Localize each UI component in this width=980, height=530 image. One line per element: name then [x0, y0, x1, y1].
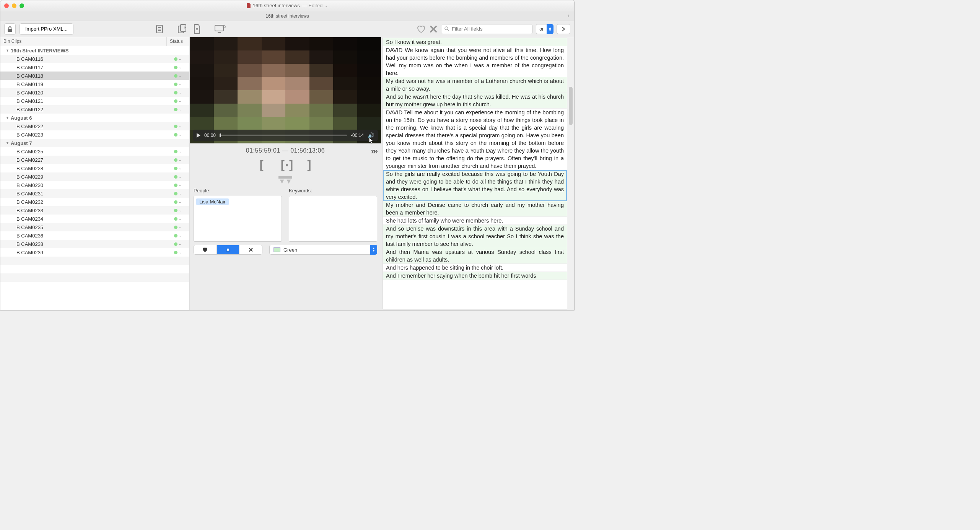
tab-active[interactable]: 16th street interviews — [265, 13, 309, 19]
people-field[interactable]: Lisa McNair — [194, 196, 282, 242]
scrollbar-thumb[interactable] — [569, 87, 573, 125]
bin-clip-row[interactable]: B CAM0222⌄ — [0, 122, 189, 130]
transcript-paragraph[interactable]: And so he wasn't here the day that she w… — [383, 93, 567, 109]
bin-clip-row[interactable]: B CAM0121⌄ — [0, 97, 189, 105]
chevron-down-icon[interactable]: ⌄ — [179, 234, 182, 237]
chevron-down-icon[interactable]: ⌄ — [179, 82, 182, 86]
person-tag[interactable]: Lisa McNair — [196, 198, 229, 205]
lock-button[interactable] — [4, 23, 16, 35]
play-button[interactable] — [197, 133, 200, 138]
bin-group[interactable]: ▼August 7 — [0, 139, 189, 147]
chevron-down-icon[interactable]: ⌄ — [179, 124, 182, 128]
chevron-down-icon[interactable]: ⌄ — [179, 175, 182, 179]
transcript-text[interactable]: So I know it was great.DAVID We know aga… — [383, 38, 567, 309]
chevron-down-icon[interactable]: ⌄ — [179, 225, 182, 229]
transcript-paragraph[interactable]: DAVID Tell me about it you can experienc… — [383, 109, 567, 170]
transcript-paragraph[interactable]: And hers happened to be sitting in the c… — [383, 264, 567, 272]
chevron-down-icon[interactable]: ⌄ — [179, 183, 182, 187]
bin-clip-row[interactable]: B CAM0228⌄ — [0, 164, 189, 172]
chevron-down-icon[interactable]: ⌄ — [179, 158, 182, 162]
chevron-down-icon[interactable]: ⌄ — [179, 133, 182, 137]
bin-clip-row[interactable]: B CAM0230⌄ — [0, 181, 189, 189]
transcript-paragraph[interactable]: And then Mama was upstairs at various Su… — [383, 248, 567, 264]
search-field[interactable] — [441, 24, 533, 34]
bin-clip-row[interactable]: B CAM0236⌄ — [0, 231, 189, 240]
transcript-paragraph[interactable]: My mother and Denise came to church earl… — [383, 201, 567, 217]
transcript-paragraph[interactable]: And so Denise was downstairs in this are… — [383, 225, 567, 248]
fast-forward-icon[interactable]: »» — [371, 146, 376, 156]
new-doc-icon[interactable] — [191, 23, 203, 35]
chevron-down-icon[interactable]: ⌄ — [179, 150, 182, 153]
scrubber-knob[interactable] — [220, 133, 221, 137]
chevron-down-icon[interactable]: ⌄ — [179, 74, 182, 78]
clipboard-icon[interactable] — [154, 23, 165, 35]
volume-icon[interactable]: 🔊 — [368, 132, 374, 138]
bin-group[interactable]: ▼August 6 — [0, 114, 189, 122]
chevron-down-icon[interactable]: ⌄ — [179, 200, 182, 204]
bin-clip-row[interactable]: B CAM0116⌄ — [0, 55, 189, 63]
copy-doc-icon[interactable] — [177, 23, 188, 35]
transcript-scrollbar[interactable] — [567, 37, 574, 310]
bin-group[interactable]: ▼16th Street INTERVIEWS — [0, 46, 189, 55]
mark-in-button[interactable]: [ — [258, 158, 265, 172]
select-arrows-icon: ▲▼ — [547, 24, 553, 34]
bin-clip-row[interactable]: B CAM0118⌄ — [0, 72, 189, 80]
chevron-down-icon[interactable]: ⌄ — [179, 192, 182, 195]
bin-clip-row[interactable]: B CAM0120⌄ — [0, 88, 189, 97]
transcript-paragraph[interactable]: So I know it was great. — [383, 38, 567, 46]
add-tab-button[interactable]: ＋ — [564, 12, 573, 20]
chevron-down-icon[interactable]: ⌄ — [179, 242, 182, 246]
search-input[interactable] — [452, 26, 529, 32]
rating-circle[interactable] — [217, 245, 240, 254]
bin-clip-row[interactable]: B CAM0235⌄ — [0, 223, 189, 231]
keywords-field[interactable] — [289, 196, 377, 242]
bin-clip-row[interactable]: B CAM0239⌄ — [0, 248, 189, 257]
import-button[interactable]: Import PPro XML... — [20, 23, 73, 35]
bin-clip-row[interactable]: B CAM0238⌄ — [0, 240, 189, 248]
rating-reject[interactable]: ✕ — [239, 245, 262, 254]
monitor-icon[interactable] — [214, 23, 226, 35]
chevron-down-icon[interactable]: ⌄ — [179, 57, 182, 61]
transcript-paragraph[interactable]: My dad was not he was a member of a Luth… — [383, 77, 567, 93]
chevron-down-icon[interactable]: ⌄ — [179, 91, 182, 94]
bin-clip-row[interactable]: B CAM0119⌄ — [0, 80, 189, 88]
bin-list[interactable]: ▼16th Street INTERVIEWSB CAM0116⌄B CAM01… — [0, 46, 189, 310]
rating-favorite[interactable] — [194, 245, 217, 254]
chevron-down-icon[interactable]: ⌄ — [179, 166, 182, 170]
chevron-down-icon[interactable]: ⌄ — [179, 250, 182, 254]
bin-header-clips[interactable]: Bin Clips — [0, 37, 166, 46]
clip-name: B CAM0122 — [0, 107, 166, 112]
bin-clip-row[interactable]: B CAM0233⌄ — [0, 206, 189, 215]
video-viewer[interactable]: 00:00 -00:14 🔊 — [190, 37, 381, 143]
scrubber[interactable] — [220, 135, 347, 136]
favorite-icon[interactable] — [417, 24, 426, 34]
chevron-down-icon[interactable]: ⌄ — [179, 99, 182, 103]
chevron-down-icon[interactable]: ⌄ — [179, 208, 182, 212]
bin-clip-row[interactable]: B CAM0225⌄ — [0, 147, 189, 156]
reject-icon[interactable] — [429, 24, 438, 34]
chevron-down-icon[interactable]: ⌄ — [179, 65, 182, 69]
bin-header-status[interactable]: Status — [166, 37, 189, 46]
chevron-down-icon[interactable]: ⌄ — [179, 107, 182, 111]
bin-clip-row[interactable]: B CAM0234⌄ — [0, 215, 189, 223]
mark-out-button[interactable]: ] — [306, 158, 313, 172]
rating-segmented[interactable]: ✕ — [194, 245, 262, 255]
transcript-paragraph[interactable]: DAVID We know again that you were not al… — [383, 46, 567, 77]
bin-clip-row[interactable]: B CAM0122⌄ — [0, 105, 189, 114]
transcript-paragraph[interactable]: She had lots of family who were members … — [383, 217, 567, 225]
filter-mode-select[interactable]: or ▲▼ — [536, 24, 553, 34]
mark-clip-button[interactable]: [·] — [279, 158, 292, 172]
bin-clip-row[interactable]: B CAM0117⌄ — [0, 63, 189, 72]
bin-clip-row[interactable]: B CAM0231⌄ — [0, 189, 189, 198]
bin-clip-row[interactable]: B CAM0229⌄ — [0, 172, 189, 181]
color-select[interactable]: Green ▲▼ — [269, 245, 377, 255]
bin-clip-row[interactable]: B CAM0227⌄ — [0, 156, 189, 164]
transcript-paragraph[interactable]: So the girls are really excited because … — [383, 170, 567, 201]
bin-clip-row[interactable]: B CAM0232⌄ — [0, 198, 189, 206]
chevron-down-icon[interactable]: ⌄ — [179, 217, 182, 221]
transcript-paragraph[interactable]: And I remember her saying when the bomb … — [383, 272, 567, 280]
next-button[interactable] — [557, 24, 570, 34]
title-chevron-icon[interactable]: ⌄ — [325, 3, 328, 8]
bin-clip-row[interactable]: B CAM0223⌄ — [0, 130, 189, 139]
insert-button[interactable]: ▼▼ — [278, 176, 292, 183]
